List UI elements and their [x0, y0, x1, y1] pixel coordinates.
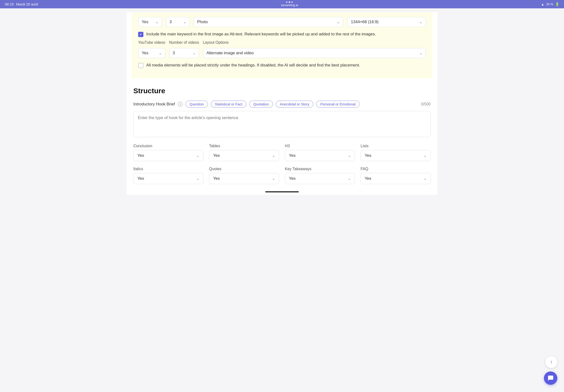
- media-top-row: Yes ⌄ 3 ⌄ Photo ⌄ 1344×68 (16:9) ⌄: [138, 17, 426, 27]
- chevron-icon: ⌄: [183, 20, 186, 24]
- tag-anecdotal[interactable]: Anecdotal or Story: [276, 101, 313, 108]
- char-count: 0/500: [421, 102, 431, 106]
- chat-icon: [548, 375, 554, 381]
- key-takeaways-value: Yes: [289, 176, 296, 181]
- h3-field: H3 Yes ⌄: [285, 144, 355, 161]
- chevron-icon: ⌄: [272, 154, 275, 157]
- chevron-icon: ⌄: [348, 177, 351, 181]
- status-time: 08:15: [5, 2, 14, 6]
- size-dropdown-value: 1344×68 (16:9): [351, 20, 379, 24]
- lists-label: Lists: [361, 144, 431, 148]
- hook-brief-label: Introductory Hook Brief: [133, 102, 175, 107]
- structure-section: Structure Introductory Hook Brief i Ques…: [127, 82, 437, 189]
- status-right: ▲ 28 % 🔋: [541, 2, 559, 6]
- italics-dropdown[interactable]: Yes ⌄: [133, 173, 203, 184]
- tables-field: Tables Yes ⌄: [209, 144, 279, 161]
- battery-icon: 🔋: [555, 2, 559, 6]
- hook-brief-row: Introductory Hook Brief i Question Stati…: [133, 101, 431, 108]
- youtube-fields: YouTube videos Yes ⌄ Number of videos 3 …: [138, 40, 426, 58]
- chat-button[interactable]: [544, 371, 557, 385]
- hook-textarea[interactable]: [133, 111, 431, 137]
- faq-label: FAQ: [361, 167, 431, 171]
- lists-dropdown[interactable]: Yes ⌄: [361, 150, 431, 161]
- chevron-icon: ⌄: [156, 20, 158, 24]
- alt-text-label: Include the main keyword in the first im…: [146, 31, 376, 37]
- quotes-dropdown[interactable]: Yes ⌄: [209, 173, 279, 184]
- media-placement-label: All media elements will be placed strict…: [146, 62, 360, 68]
- yes-dropdown-top[interactable]: Yes ⌄: [138, 17, 162, 27]
- quotes-field: Quotes Yes ⌄: [209, 167, 279, 184]
- home-indicator: [127, 189, 437, 195]
- status-bar: 08:15 Mardi 20 août seowriting.ai ▲ 28 %…: [0, 0, 564, 8]
- alt-text-checkbox-row: ✓ Include the main keyword in the first …: [138, 31, 426, 37]
- tag-statistical[interactable]: Statistical or Fact: [211, 101, 246, 108]
- chevron-icon: ⌄: [196, 154, 199, 157]
- chevron-icon: ⌄: [419, 51, 422, 55]
- chevron-icon: ⌄: [196, 177, 199, 181]
- status-dots: [286, 1, 293, 3]
- media-section: Yes ⌄ 3 ⌄ Photo ⌄ 1344×68 (16:9) ⌄ ✓ Inc…: [131, 12, 433, 78]
- faq-field: FAQ Yes ⌄: [361, 167, 431, 184]
- home-bar: [265, 191, 299, 192]
- number-dropdown-top[interactable]: 3 ⌄: [166, 17, 190, 27]
- h3-dropdown[interactable]: Yes ⌄: [285, 150, 355, 161]
- key-takeaways-field: Key Takeaways Yes ⌄: [285, 167, 355, 184]
- italics-label: Italics: [133, 167, 203, 171]
- conclusion-dropdown[interactable]: Yes ⌄: [133, 150, 203, 161]
- layout-options-dropdown[interactable]: Alternate image and video ⌄: [203, 48, 426, 58]
- key-takeaways-dropdown[interactable]: Yes ⌄: [285, 173, 355, 184]
- faq-dropdown[interactable]: Yes ⌄: [361, 173, 431, 184]
- chevron-icon: ⌄: [348, 154, 351, 157]
- tables-value: Yes: [213, 153, 220, 158]
- tag-quotation[interactable]: Quotation: [249, 101, 273, 108]
- h3-value: Yes: [289, 153, 296, 158]
- italics-value: Yes: [138, 176, 144, 181]
- layout-options-field: Layout Options Alternate image and video…: [203, 40, 426, 58]
- layout-options-label: Layout Options: [203, 40, 426, 45]
- number-videos-dropdown[interactable]: 3 ⌄: [169, 48, 199, 58]
- key-takeaways-label: Key Takeaways: [285, 167, 355, 171]
- chevron-icon: ⌄: [159, 51, 162, 55]
- conclusion-field: Conclusion Yes ⌄: [133, 144, 203, 161]
- italics-field: Italics Yes ⌄: [133, 167, 203, 184]
- website-label: seowriting.ai: [281, 3, 298, 7]
- faq-value: Yes: [365, 176, 371, 181]
- youtube-section: YouTube videos Yes ⌄ Number of videos 3 …: [138, 40, 426, 58]
- media-placement-checkbox[interactable]: [138, 63, 143, 68]
- youtube-yes-dropdown[interactable]: Yes ⌄: [138, 48, 165, 58]
- number-dropdown-top-value: 3: [169, 20, 172, 24]
- quotes-value: Yes: [213, 176, 220, 181]
- lists-field: Lists Yes ⌄: [361, 144, 431, 161]
- lists-value: Yes: [365, 153, 371, 158]
- media-placement-checkbox-row: All media elements will be placed strict…: [138, 62, 426, 68]
- status-time-date: 08:15 Mardi 20 août: [5, 2, 38, 6]
- conclusion-value: Yes: [138, 153, 144, 158]
- size-dropdown[interactable]: 1344×68 (16:9) ⌄: [347, 17, 426, 27]
- number-videos-label: Number of videos: [169, 40, 199, 45]
- status-website: seowriting.ai: [281, 1, 298, 7]
- wifi-icon: ▲: [541, 2, 544, 6]
- youtube-yes-value: Yes: [142, 51, 148, 56]
- status-date: Mardi 20 août: [16, 2, 38, 6]
- battery-label: 28 %: [546, 2, 553, 6]
- photo-dropdown[interactable]: Photo ⌄: [193, 17, 344, 27]
- chevron-icon: ⌄: [424, 177, 426, 181]
- chevron-icon: ⌄: [337, 20, 340, 24]
- chevron-icon: ⌄: [424, 154, 426, 157]
- structure-grid-row-1: Conclusion Yes ⌄ Tables Yes ⌄ H3 Yes ⌄: [133, 144, 431, 161]
- scroll-up-button[interactable]: ↑: [545, 356, 557, 368]
- structure-grid-row-2: Italics Yes ⌄ Quotes Yes ⌄ Key Takeaways…: [133, 167, 431, 184]
- conclusion-label: Conclusion: [133, 144, 203, 148]
- layout-options-value: Alternate image and video: [206, 51, 254, 56]
- yes-dropdown-top-value: Yes: [142, 20, 148, 24]
- tables-dropdown[interactable]: Yes ⌄: [209, 150, 279, 161]
- photo-dropdown-value: Photo: [197, 20, 208, 24]
- number-videos-field: Number of videos 3 ⌄: [169, 40, 199, 58]
- h3-label: H3: [285, 144, 355, 148]
- youtube-videos-field: YouTube videos Yes ⌄: [138, 40, 165, 58]
- dot-2: [289, 1, 290, 3]
- info-icon[interactable]: i: [178, 102, 183, 107]
- tag-question[interactable]: Question: [185, 101, 208, 108]
- alt-text-checkbox[interactable]: ✓: [138, 32, 143, 37]
- tag-personal[interactable]: Personal or Emotional: [316, 101, 360, 108]
